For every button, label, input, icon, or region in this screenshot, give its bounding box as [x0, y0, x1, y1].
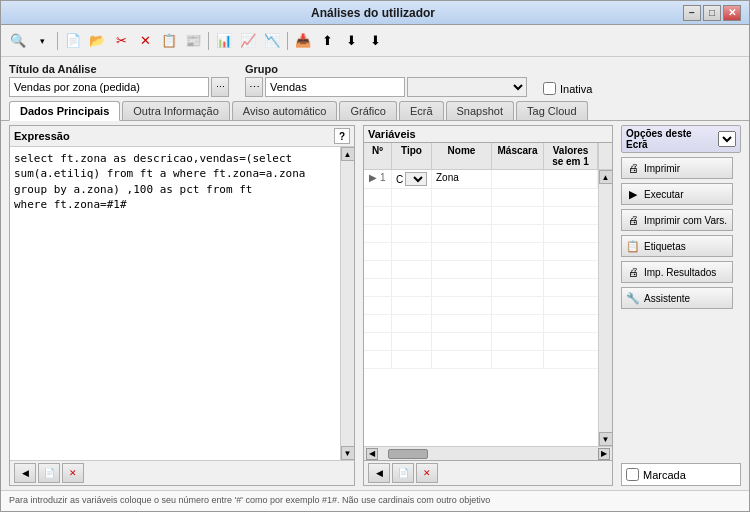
window-title: Análises do utilizador: [63, 6, 683, 20]
close-button[interactable]: ✕: [723, 5, 741, 21]
scroll-thumb[interactable]: [388, 449, 428, 459]
dropdown-button[interactable]: ▾: [31, 30, 53, 52]
assistant-icon: 🔧: [626, 291, 640, 305]
tab-tagcloud[interactable]: Tag Cloud: [516, 101, 588, 120]
title-input-row: ⋯: [9, 77, 229, 97]
tab-ecra[interactable]: Ecrã: [399, 101, 444, 120]
empty-row: [364, 243, 598, 261]
tipo-value: C: [396, 174, 403, 185]
options-dropdown[interactable]: [718, 131, 736, 147]
inactive-label: Inativa: [560, 83, 592, 95]
scroll-right-arrow[interactable]: ▶: [598, 448, 610, 460]
chart2-button[interactable]: 📈: [237, 30, 259, 52]
chart3-button[interactable]: 📉: [261, 30, 283, 52]
cell-nome-1: Zona: [432, 170, 492, 188]
delete-button[interactable]: ✕: [134, 30, 156, 52]
title-small-btn[interactable]: ⋯: [211, 77, 229, 97]
scroll-left-arrow[interactable]: ◀: [366, 448, 378, 460]
execute-button[interactable]: ▶ Executar: [621, 183, 733, 205]
group-group: Grupo ⋯: [245, 63, 527, 97]
empty-row: [364, 315, 598, 333]
inactive-row: Inativa: [543, 82, 592, 95]
maximize-button[interactable]: □: [703, 5, 721, 21]
tab-grafico[interactable]: Gráfico: [339, 101, 396, 120]
expression-scrollbar: ▲ ▼: [340, 147, 354, 460]
up-button[interactable]: ⬆: [316, 30, 338, 52]
expression-toolbar: ◀ 📄 ✕: [10, 460, 354, 485]
table-scroll-up[interactable]: ▲: [599, 170, 613, 184]
var-btn-2[interactable]: 📄: [392, 463, 414, 483]
title-group: Título da Análise ⋯: [9, 63, 229, 97]
imp-resultados-button[interactable]: 🖨 Imp. Resultados: [621, 261, 733, 283]
expr-delete-btn[interactable]: ✕: [62, 463, 84, 483]
expr-btn-2[interactable]: 📄: [38, 463, 60, 483]
cut-button[interactable]: ✂: [110, 30, 132, 52]
title-bar: Análises do utilizador − □ ✕: [1, 1, 749, 25]
marcada-area: Marcada: [621, 463, 741, 486]
inactive-checkbox[interactable]: [543, 82, 556, 95]
table-body: ▶ 1 C C Zona: [364, 170, 598, 446]
assistant-button[interactable]: 🔧 Assistente: [621, 287, 733, 309]
new-button[interactable]: 📄: [62, 30, 84, 52]
tab-snapshot[interactable]: Snapshot: [446, 101, 514, 120]
table-scrollbar-h: ◀ ▶: [364, 446, 612, 460]
tab-dados[interactable]: Dados Principais: [9, 101, 120, 121]
search-button[interactable]: 🔍: [7, 30, 29, 52]
col-num: Nº: [364, 143, 392, 169]
expression-content[interactable]: select ft.zona as descricao,vendas=(sele…: [10, 147, 340, 460]
title-input[interactable]: [9, 77, 209, 97]
scroll-up-arrow[interactable]: ▲: [341, 147, 355, 161]
variables-toolbar: ◀ 📄 ✕: [363, 461, 613, 486]
export-button[interactable]: ⬇: [364, 30, 386, 52]
group-label: Grupo: [245, 63, 527, 75]
labels-button[interactable]: 📋 Etiquetas: [621, 235, 733, 257]
separator-1: [57, 32, 58, 50]
variables-table: Nº Tipo Nome Máscara Valores se em 1 ▶ 1…: [363, 142, 613, 461]
labels-label: Etiquetas: [644, 241, 686, 252]
cell-mascara-1: [492, 170, 544, 188]
col-valores: Valores se em 1: [544, 143, 598, 169]
expression-title: Expressão: [14, 130, 70, 142]
cell-num-1: ▶ 1: [364, 170, 392, 188]
print-vars-button[interactable]: 🖨 Imprimir com Vars.: [621, 209, 733, 231]
variables-panel: Variáveis Nº Tipo Nome Máscara Valores s…: [363, 125, 613, 486]
cell-valores-1: [544, 170, 598, 188]
paste-button[interactable]: 📰: [182, 30, 204, 52]
empty-row: [364, 279, 598, 297]
expression-header: Expressão ?: [10, 126, 354, 147]
table-header: Nº Tipo Nome Máscara Valores se em 1: [364, 143, 612, 170]
tab-outra[interactable]: Outra Informação: [122, 101, 230, 120]
down-button[interactable]: ⬇: [340, 30, 362, 52]
chart-button[interactable]: 📊: [213, 30, 235, 52]
tipo-select[interactable]: C: [405, 172, 427, 186]
empty-row: [364, 333, 598, 351]
expr-btn-1[interactable]: ◀: [14, 463, 36, 483]
labels-icon: 📋: [626, 239, 640, 253]
group-input[interactable]: [265, 77, 405, 97]
group-icon-btn[interactable]: ⋯: [245, 77, 263, 97]
tabs-bar: Dados Principais Outra Informação Aviso …: [1, 101, 749, 121]
marcada-checkbox[interactable]: [626, 468, 639, 481]
title-label: Título da Análise: [9, 63, 229, 75]
main-window: Análises do utilizador − □ ✕ 🔍 ▾ 📄 📂 ✂ ✕…: [0, 0, 750, 512]
var-delete-btn[interactable]: ✕: [416, 463, 438, 483]
tab-aviso[interactable]: Aviso automático: [232, 101, 338, 120]
empty-row: [364, 225, 598, 243]
group-input-row: ⋯: [245, 77, 527, 97]
bottom-text: Para introduzir as variáveis coloque o s…: [1, 490, 749, 511]
print-icon: 🖨: [626, 161, 640, 175]
table-scroll-down[interactable]: ▼: [599, 432, 613, 446]
import-button[interactable]: 📥: [292, 30, 314, 52]
minimize-button[interactable]: −: [683, 5, 701, 21]
col-tipo: Tipo: [392, 143, 432, 169]
copy-button[interactable]: 📋: [158, 30, 180, 52]
empty-row: [364, 261, 598, 279]
window-controls: − □ ✕: [683, 5, 741, 21]
help-button[interactable]: ?: [334, 128, 350, 144]
var-btn-1[interactable]: ◀: [368, 463, 390, 483]
right-panel: Opções deste Ecrã 🖨 Imprimir ▶ Executar …: [621, 125, 741, 486]
scroll-down-arrow[interactable]: ▼: [341, 446, 355, 460]
group-select[interactable]: [407, 77, 527, 97]
open-button[interactable]: 📂: [86, 30, 108, 52]
print-button[interactable]: 🖨 Imprimir: [621, 157, 733, 179]
